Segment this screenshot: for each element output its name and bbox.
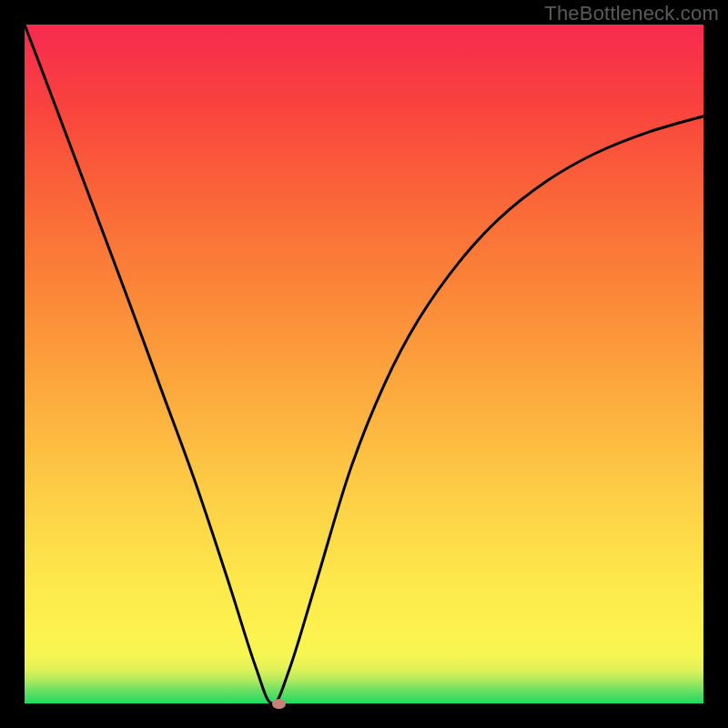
- vertex-marker: [272, 699, 286, 709]
- curve-svg: [25, 25, 703, 703]
- watermark-text: TheBottleneck.com: [544, 2, 719, 25]
- bottleneck-curve: [25, 25, 703, 703]
- chart-frame: TheBottleneck.com: [0, 0, 728, 728]
- plot-area: [25, 25, 703, 703]
